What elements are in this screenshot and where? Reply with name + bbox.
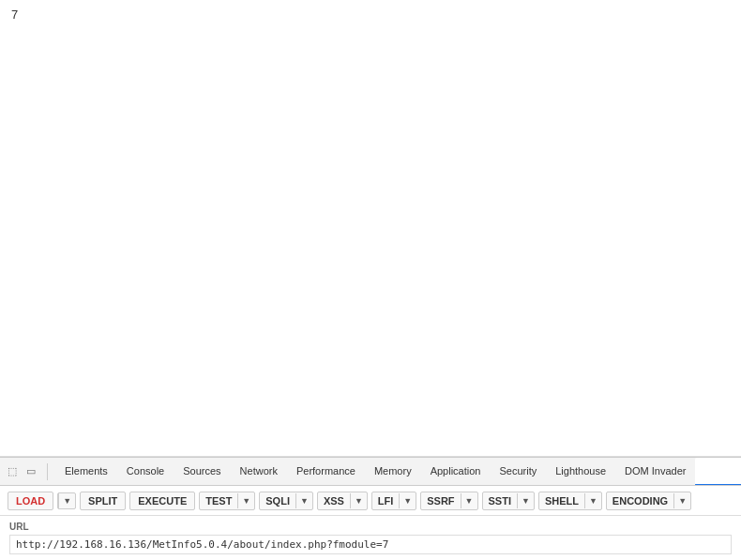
ssrf-arrow: ▼ — [461, 493, 477, 508]
hackbar-toolbar: LOAD ▼ SPLIT EXECUTE TEST ▼ SQLI ▼ XSS ▼… — [0, 486, 741, 516]
lfi-dropdown[interactable]: LFI ▼ — [371, 492, 416, 510]
split-button[interactable]: SPLIT — [80, 492, 126, 510]
main-content: 7 — [0, 0, 741, 457]
test-arrow: ▼ — [237, 493, 254, 508]
xss-label: XSS — [318, 492, 350, 509]
tab-elements[interactable]: Elements — [55, 458, 117, 486]
test-label: TEST — [200, 492, 237, 509]
tab-memory[interactable]: Memory — [365, 458, 421, 486]
device-toolbar-icon[interactable]: ▭ — [23, 463, 39, 480]
hackbar-url-section: URL — [0, 516, 741, 560]
devtools-tabs-bar: ⬚ ▭ Elements Console Sources Network Per… — [0, 458, 741, 486]
page-number: 7 — [11, 8, 18, 22]
tab-sources[interactable]: Sources — [174, 458, 230, 486]
encoding-arrow: ▼ — [673, 493, 690, 508]
lfi-label: LFI — [372, 492, 400, 509]
tab-security[interactable]: Security — [490, 458, 546, 486]
sqli-dropdown[interactable]: SQLI ▼ — [259, 492, 313, 510]
execute-button[interactable]: EXECUTE — [129, 492, 195, 510]
devtools-panel: ⬚ ▭ Elements Console Sources Network Per… — [0, 457, 741, 560]
tab-hackbar[interactable]: HackBar — [695, 458, 741, 486]
shell-dropdown[interactable]: SHELL ▼ — [538, 492, 602, 510]
tab-lighthouse[interactable]: Lighthouse — [546, 458, 615, 486]
url-label: URL — [9, 522, 732, 532]
encoding-label: ENCODING — [607, 492, 673, 509]
encoding-dropdown[interactable]: ENCODING ▼ — [606, 492, 691, 510]
xss-dropdown[interactable]: XSS ▼ — [317, 492, 368, 510]
tab-console[interactable]: Console — [117, 458, 174, 486]
shell-arrow: ▼ — [584, 493, 601, 508]
devtools-icons-group: ⬚ ▭ — [4, 463, 48, 480]
sqli-label: SQLI — [260, 492, 295, 509]
ssrf-label: SSRF — [421, 492, 460, 509]
inspect-element-icon[interactable]: ⬚ — [4, 463, 21, 480]
ssti-arrow: ▼ — [517, 493, 534, 508]
test-dropdown[interactable]: TEST ▼ — [199, 492, 255, 510]
ssti-label: SSTI — [483, 492, 517, 509]
ssti-dropdown[interactable]: SSTI ▼ — [482, 492, 535, 510]
lfi-arrow: ▼ — [399, 493, 416, 508]
tab-application[interactable]: Application — [421, 458, 491, 486]
tab-network[interactable]: Network — [231, 458, 287, 486]
tab-performance[interactable]: Performance — [287, 458, 365, 486]
load-dropdown[interactable]: ▼ — [57, 492, 76, 509]
url-input[interactable] — [9, 535, 732, 554]
shell-label: SHELL — [539, 492, 584, 509]
ssrf-dropdown[interactable]: SSRF ▼ — [420, 492, 477, 510]
load-dropdown-arrow: ▼ — [58, 493, 75, 508]
xss-arrow: ▼ — [350, 493, 367, 508]
tab-dom-invader[interactable]: DOM Invader — [615, 458, 695, 486]
load-button[interactable]: LOAD — [8, 492, 53, 510]
sqli-arrow: ▼ — [295, 493, 312, 508]
